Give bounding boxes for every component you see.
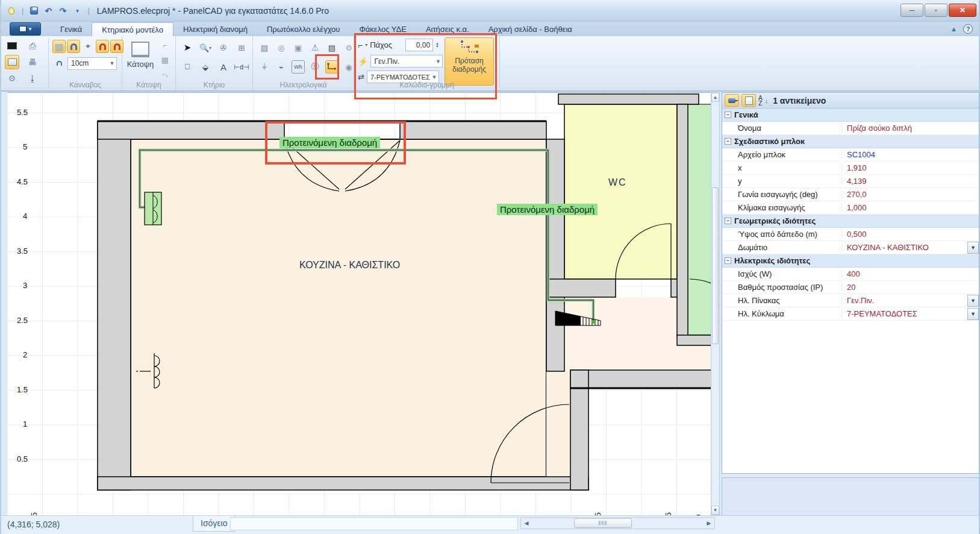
property-value[interactable]: 400 [841,269,979,278]
export-icon[interactable]: ⭳ [25,71,40,86]
switch-icon[interactable]: ▣ [292,41,305,54]
sort-az-icon[interactable]: AZ [758,95,763,106]
customize-qat-icon[interactable]: ▾ [72,5,83,16]
room-stamp-icon[interactable]: ▩ [158,53,172,66]
property-row[interactable]: Ισχύς (W)400 [722,268,979,281]
project-forms-icon[interactable] [5,55,19,69]
tab-ktiriako-montelo[interactable]: Κτηριακό μοντέλο [92,22,173,36]
tab-arxiki-voitheia[interactable]: Αρχική σελίδα - Βοήθεια [479,22,582,36]
property-value[interactable]: 1,910 [841,163,979,172]
print-icon[interactable]: 🖶 [25,55,40,69]
property-value[interactable]: ΚΟΥΖΙΝΑ - ΚΑΘΙΣΤΙΚΟ [841,243,967,252]
property-row[interactable]: Βαθμός προστασίας (IP)20 [722,281,979,294]
property-row[interactable]: Ύψος από δάπεδο (m)0,500 [722,228,979,241]
scroll-down-button[interactable]: ▼ [711,506,719,515]
junction-icon[interactable]: ◉ [342,60,355,74]
property-row[interactable]: Αρχείο μπλοκSC1004 [722,148,979,162]
scroll-right-button[interactable]: ▶ [704,518,714,528]
help-icon[interactable]: ? [963,24,973,34]
tab-fakelos-yde[interactable]: Φάκελος ΥΔΕ [349,22,416,36]
property-value[interactable]: 270,0 [841,190,979,199]
property-row[interactable]: Ηλ. Κύκλωμα7-ΡΕΥΜΑΤΟΔΟΤΕΣ▼ [722,307,979,321]
property-group[interactable]: −Γενικά [722,108,979,122]
text-tool-icon[interactable]: A [217,60,230,74]
property-row[interactable]: x1,910 [722,162,979,175]
property-value[interactable]: Γεν.Πιν. [841,296,967,305]
cable-icon[interactable]: ⌁ [275,60,288,74]
lightbulb-icon[interactable] [6,5,17,16]
axis-origin-icon[interactable]: ⌖ [81,40,95,53]
dropdown-button[interactable]: ▼ [967,308,979,320]
orbit-view-icon[interactable]: ✇ [217,41,230,54]
property-value[interactable]: 4,139 [841,177,979,186]
floor-tabs-strip[interactable] [230,517,518,530]
collapse-icon[interactable]: − [725,112,731,118]
redo-icon[interactable]: ↷ [57,5,68,16]
snap-guides-icon[interactable] [67,40,80,53]
grid-size-combo[interactable]: 10cm ▼ [67,57,117,70]
scroll-left-button[interactable]: ◀ [522,518,531,528]
canvas-horizontal-scrollbar[interactable]: ◀ ⦀⦀⦀ ▶ [520,517,715,529]
door-tool-icon[interactable]: ⎕ [181,60,194,74]
property-row[interactable]: Κλίμακα εισαγωγής1,000 [722,201,979,215]
tab-protokollo-elegxou[interactable]: Πρωτόκολλο ελέγχου [257,22,350,36]
minimize-button[interactable]: ─ [900,4,923,17]
property-row[interactable]: Ηλ. ΠίνακαςΓεν.Πιν.▼ [722,294,979,307]
collapse-ribbon-icon[interactable]: ▲ [950,25,957,33]
property-row[interactable]: Γωνία εισαγωγής (deg)270,0 [722,188,979,201]
snap-grid-icon[interactable] [52,57,66,70]
dropdown-button[interactable]: ▼ [967,242,979,254]
panel-list-icon[interactable]: ▤ [258,41,271,54]
collapse-icon[interactable]: − [725,257,731,264]
scroll-up-button[interactable]: ▲ [711,93,719,102]
object-3d-icon[interactable]: ⬙ [199,60,212,74]
collapse-icon[interactable]: − [725,218,731,224]
property-row[interactable]: ΌνομαΠρίζα σούκο διπλή [722,122,979,135]
close-button[interactable]: ✕ [949,4,976,17]
wall-tool-icon[interactable]: ⌐ [158,39,172,52]
cable-route-icon[interactable] [325,60,339,74]
property-value[interactable]: 7-ΡΕΥΜΑΤΟΔΟΤΕΣ [841,309,967,318]
conduit-icon[interactable]: ⌐ [358,40,363,50]
vertical-scroll-thumb[interactable] [712,187,719,344]
dropdown-button[interactable]: ▼ [967,295,979,307]
thickness-input[interactable]: 0,00 [405,39,433,51]
zoom-icon[interactable]: 🔍▾ [199,41,212,54]
select-cursor-icon[interactable]: ➤ [181,41,194,54]
chevron-down-icon[interactable]: ▾ [365,42,367,48]
collapse-icon[interactable]: − [725,138,731,145]
meter-wh-icon[interactable]: Wh [292,60,305,74]
property-value[interactable]: 1,000 [841,203,979,212]
mechanism-gear-icon[interactable]: ⚙ [342,41,355,54]
display-settings-icon[interactable] [5,39,19,53]
thickness-spinner[interactable]: ▲▼ [435,42,439,48]
floorplan-button[interactable]: Κάτοψη [125,39,156,77]
property-row[interactable]: y4,139 [722,175,979,188]
tab-aitiseis[interactable]: Αιτήσεις κ.α. [416,22,479,36]
lamp-icon[interactable]: ⏃ [308,41,322,54]
socket-icon[interactable]: ◎ [275,41,288,54]
tab-genika[interactable]: Γενικά [51,22,92,36]
categorized-view-button[interactable] [741,94,756,107]
property-row[interactable]: ΔωμάτιοΚΟΥΖΙΝΑ - ΚΑΘΙΣΤΙΚΟ▼ [722,241,979,254]
s-device-icon[interactable]: Ⓢ [308,60,322,74]
maximize-button[interactable]: ▫ [925,4,947,17]
panel-symbol[interactable] [145,192,161,225]
property-group[interactable]: −Γεωμετρικές ιδιότητες [722,215,979,228]
settings-gear-icon[interactable]: ⚙ [5,71,19,86]
property-value[interactable]: Πρίζα σούκο διπλή [841,124,979,133]
property-value[interactable]: SC1004 [841,150,979,159]
panel-combo[interactable]: Γεν.Πιν. ▼ [370,55,443,68]
viewports-icon[interactable]: ⊞ [235,41,248,54]
canvas-vertical-scrollbar[interactable]: ▲ ▼ [711,92,720,515]
print-preview-icon[interactable]: ⎙ [25,39,40,53]
appliance-icon[interactable]: ▤ [325,41,339,54]
property-group[interactable]: −Ηλεκτρικές ιδιότητες [722,254,979,268]
save-icon[interactable] [28,5,39,16]
wall-minus-icon[interactable]: ⌐₁ [158,68,172,81]
property-value[interactable]: 20 [841,283,979,292]
pin-button[interactable] [725,94,739,107]
drawing-canvas[interactable]: 5.5 5 4.5 4 3.5 3 2.5 2 1.5 1 0.5 0.5 1 … [7,92,711,515]
tab-ilektriki-dianomi[interactable]: Ηλεκτρική διανομή [173,22,257,36]
grid-toggle-icon[interactable]: ▦ [52,40,66,53]
